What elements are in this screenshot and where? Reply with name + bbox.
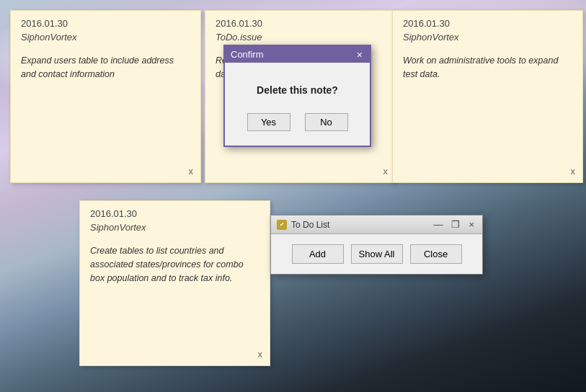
confirm-body: Delete this note? Yes No bbox=[225, 63, 370, 146]
todo-close-button[interactable]: × bbox=[466, 219, 476, 230]
note-card-3: 2016.01.30 SiphonVortex Work on administ… bbox=[392, 10, 583, 183]
todo-close-list-button[interactable]: Close bbox=[410, 244, 462, 264]
close-note-3[interactable]: x bbox=[571, 166, 576, 177]
note-content-4: Create tables to list countries and asso… bbox=[90, 244, 259, 285]
note-content-1: Expand users table to include address an… bbox=[21, 54, 190, 81]
note-user-1: SiphonVortex bbox=[21, 32, 190, 43]
note-card-1: 2016.01.30 SiphonVortex Expand users tab… bbox=[10, 10, 201, 183]
confirm-titlebar: Confirm × bbox=[225, 46, 370, 63]
confirm-dialog: Confirm × Delete this note? Yes No bbox=[223, 45, 371, 147]
note-user-4: SiphonVortex bbox=[90, 222, 259, 233]
note-user-3: SiphonVortex bbox=[403, 32, 572, 43]
close-note-4[interactable]: x bbox=[258, 349, 263, 360]
close-note-2[interactable]: x bbox=[383, 166, 389, 177]
todo-titlebar: ✔ To Do List — ❐ × bbox=[271, 215, 482, 234]
todo-body: Add Show All Close bbox=[271, 234, 482, 274]
confirm-no-button[interactable]: No bbox=[305, 113, 348, 131]
todo-minimize-button[interactable]: — bbox=[431, 219, 445, 230]
todo-app-icon: ✔ bbox=[277, 220, 287, 230]
note-date-2: 2016.01.30 bbox=[216, 18, 385, 29]
confirm-title: Confirm bbox=[231, 49, 264, 60]
note-user-2: ToDo.issue bbox=[216, 32, 385, 43]
confirm-message: Delete this note? bbox=[239, 84, 355, 96]
close-note-1[interactable]: x bbox=[189, 166, 194, 177]
todo-show-all-button[interactable]: Show All bbox=[351, 244, 403, 264]
note-card-4: 2016.01.30 SiphonVortex Create tables to… bbox=[79, 200, 270, 366]
note-date-4: 2016.01.30 bbox=[90, 208, 259, 219]
note-date-3: 2016.01.30 bbox=[403, 18, 572, 29]
todo-restore-button[interactable]: ❐ bbox=[449, 219, 462, 230]
confirm-close-button[interactable]: × bbox=[355, 50, 364, 60]
note-content-3: Work on administrative tools to expand t… bbox=[403, 54, 572, 81]
todo-window: ✔ To Do List — ❐ × Add Show All Close bbox=[270, 215, 483, 275]
todo-title: To Do List bbox=[291, 220, 427, 230]
confirm-buttons: Yes No bbox=[239, 113, 355, 131]
todo-add-button[interactable]: Add bbox=[292, 244, 344, 264]
note-date-1: 2016.01.30 bbox=[21, 18, 190, 29]
confirm-yes-button[interactable]: Yes bbox=[247, 113, 290, 131]
